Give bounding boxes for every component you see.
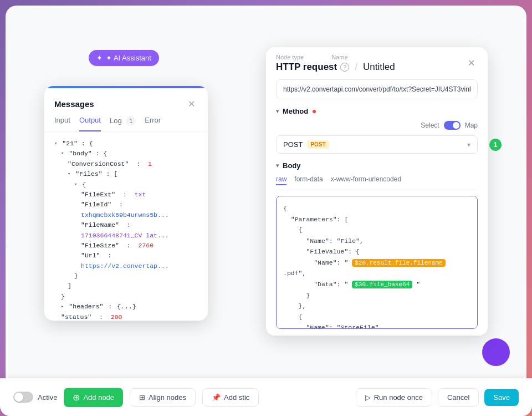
json-line-headers: ▸ "headers" : {...} [54,302,198,312]
body-title: Body [283,161,301,170]
sticky-icon: 📌 [212,393,221,402]
select-map-toggle: Select Map [421,121,478,130]
code-line-6: "Name": " $26.result.file.filename .pdf"… [283,257,470,279]
required-indicator [313,110,316,113]
divider-slash: / [355,62,357,73]
ai-assistant-button[interactable]: ✦ ✦ AI Assistant [89,50,159,66]
collapse-arrow-obj[interactable]: ▾ [74,181,77,189]
tab-input[interactable]: Input [54,116,70,131]
collapse-arrow-files[interactable]: ▾ [68,170,70,178]
cancel-button[interactable]: Cancel [438,388,479,407]
node-name-row: HTTP request ? / Untitled [276,62,395,73]
code-line-4: "Name": "File", [283,236,470,247]
name-field-label: Name [331,54,347,60]
active-toggle-group: Active [13,392,57,403]
code-line-9: }, [283,301,470,312]
add-node-button[interactable]: ⊕ Add node [64,388,123,407]
panel-title: Messages [54,99,94,109]
code-line-10: { [283,312,470,323]
top-bar [6,6,526,37]
align-icon: ⊞ [139,393,145,402]
url-input[interactable] [276,79,478,99]
body-chevron[interactable]: ▾ [276,162,279,169]
plus-icon: ⊕ [73,392,80,403]
json-line-4: ▾ "Files" : [ [54,169,198,179]
active-label: Active [38,393,57,402]
json-line-5: ▾ { [54,180,198,190]
body-tabs: raw form-data x-www-form-urlencoded [276,175,478,190]
collapse-arrow-headers[interactable]: ▸ [61,303,64,311]
http-title: HTTP request [276,62,337,73]
json-line-filename: "FileName" : 1710366448741_CV lat... [54,220,198,241]
code-line-11: "Name": "StoreFile", [283,322,470,329]
json-line-status: "status" : 200 [54,312,198,321]
code-line-1: { [283,203,470,214]
json-line-close-arr: ] [54,281,198,291]
method-section-header: ▾ Method [276,107,478,115]
code-editor[interactable]: { "Parameters": [ { "Name": "File", "Fil… [276,196,478,329]
http-panel-title-area: Node type Name HTTP request ? / Untitled [276,54,395,73]
bottom-toolbar: Active ⊕ Add node ⊞ Align nodes 📌 Add st… [0,378,532,416]
add-sticky-button[interactable]: 📌 Add stic [202,388,259,407]
panel-tabs: Input Output Log 1 Error [44,110,208,132]
body-tab-urlencoded[interactable]: x-www-form-urlencoded [331,175,401,185]
json-line-close-body: } [54,292,198,302]
code-line-8: } [283,290,470,301]
http-request-panel: Node type Name HTTP request ? / Untitled… [266,47,488,336]
code-line-3: { [283,225,470,236]
toolbar-right: ▷ Run node once Cancel Save [356,388,519,407]
method-row: Select Map [276,121,478,130]
run-node-button[interactable]: ▷ Run node once [356,388,432,407]
ai-icon: ✦ [96,54,103,62]
json-line-3: "ConversionCost" : 1 [54,159,198,169]
active-toggle-knob [14,393,23,402]
body-section-header: ▾ Body [276,161,478,170]
panel-content: ▾ "21" : { ▾ "body" : { "ConversionCost"… [44,132,208,321]
method-dropdown-arrow: ▾ [467,141,470,149]
code-line-5: "FileValue": { [283,246,470,257]
map-label: Map [465,121,478,129]
json-line-1: ▾ "21" : { [54,139,198,149]
tab-output[interactable]: Output [79,116,101,131]
node-name-field[interactable]: Untitled [363,62,395,73]
chat-circle[interactable] [482,338,510,366]
align-nodes-button[interactable]: ⊞ Align nodes [130,388,196,407]
node-number-badge: 1 [489,139,502,151]
messages-panel-close-button[interactable]: ✕ [185,97,198,110]
json-line-2: ▾ "body" : { [54,149,198,159]
code-line-7: "Data": " $30.file_base64 " [283,279,470,290]
log-badge: 1 [126,116,136,126]
collapse-arrow-21[interactable]: ▾ [54,140,57,148]
body-tab-form-data[interactable]: form-data [294,175,323,185]
json-line-filesize: "FileSize" : 2760 [54,241,198,251]
collapse-arrow-body[interactable]: ▾ [61,150,64,158]
save-button[interactable]: Save [484,389,519,406]
highlight-filebase64: $30.file_base64 [352,281,412,288]
json-line-fileid: "FileId" : txhqmcbxk69b4urwns5b... [54,200,198,220]
toggle-knob [453,122,459,129]
http-panel-body: ▾ Method Select Map POST POST ▾ ▾ Body [266,73,488,336]
ai-assistant-label: ✦ AI Assistant [106,54,151,62]
json-line-close-obj: } [54,271,198,281]
tab-log[interactable]: Log 1 [110,116,136,131]
body-section: ▾ Body raw form-data x-www-form-urlencod… [276,161,478,329]
method-badge: POST [307,140,329,149]
messages-panel: Messages ✕ Input Output Log 1 Error ▾ "2… [44,86,208,321]
body-tab-raw[interactable]: raw [276,175,287,185]
http-panel-close-button[interactable]: ✕ [464,56,478,69]
help-icon[interactable]: ? [340,63,349,72]
active-toggle[interactable] [13,392,33,403]
method-select-dropdown[interactable]: POST POST ▾ [276,135,478,154]
method-chevron[interactable]: ▾ [276,108,279,115]
select-label: Select [421,121,439,129]
code-line-2: "Parameters": [ [283,214,470,225]
json-line-fileext: "FileExt" : txt [54,190,198,200]
highlight-filename: $26.result.file.filename [352,259,445,267]
node-type-label: Node type [276,54,304,60]
json-line-url: "Url" : https://v2.convertap... [54,251,198,271]
panel-header: Messages ✕ [44,88,208,110]
method-label: POST [283,140,303,149]
method-title: Method [283,107,308,115]
select-map-toggle-control[interactable] [444,121,461,130]
tab-error[interactable]: Error [145,116,161,131]
